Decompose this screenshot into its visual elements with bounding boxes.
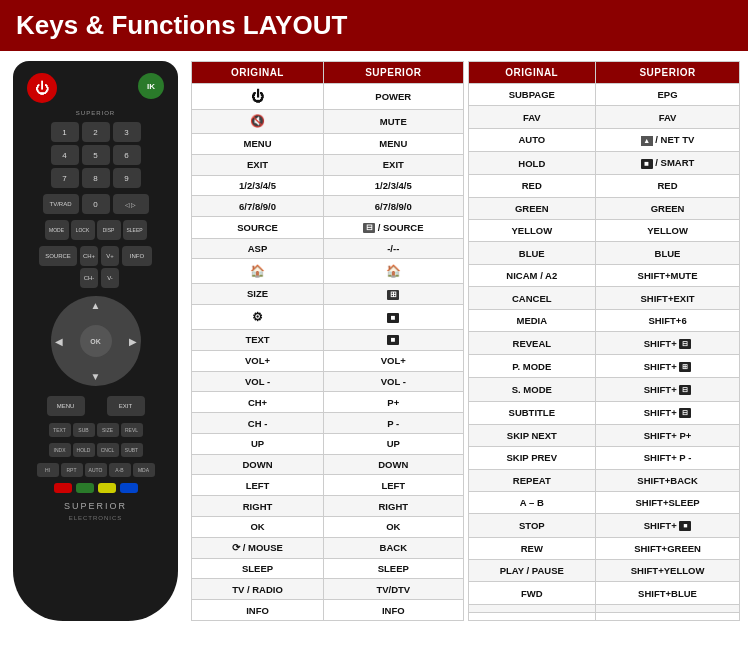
remote-mouse-key[interactable]: ◁ ▷ <box>113 194 149 214</box>
remote-key-7[interactable]: 7 <box>51 168 79 188</box>
right-table-cell-superior: RED <box>596 175 740 197</box>
remote-hold-key[interactable]: HOLD <box>73 443 95 457</box>
remote-exit-key[interactable]: EXIT <box>107 396 145 416</box>
right-table-cell-original <box>468 612 596 620</box>
left-table-cell-superior: TV/DTV <box>324 579 463 600</box>
remote-brand-sub: ELECTRONICS <box>69 515 123 521</box>
remote-index-key[interactable]: INDX <box>49 443 71 457</box>
right-table-cell-superior: SHIFT+ ⊞ <box>596 355 740 378</box>
remote-ab-key[interactable]: A-B <box>109 463 131 477</box>
right-table-cell-original: AUTO <box>468 128 596 151</box>
table-row: P. MODESHIFT+ ⊞ <box>468 355 740 378</box>
table-row: SKIP PREVSHIFT+ P - <box>468 447 740 469</box>
table-row: MEDIASHIFT+6 <box>468 309 740 331</box>
remote-key-9[interactable]: 9 <box>113 168 141 188</box>
remote-left-arrow[interactable]: ◀ <box>55 336 63 347</box>
remote-key-4[interactable]: 4 <box>51 145 79 165</box>
remote-key-0[interactable]: 0 <box>82 194 110 214</box>
right-table-cell-original: PLAY / PAUSE <box>468 560 596 582</box>
remote-up-arrow[interactable]: ▲ <box>91 300 101 311</box>
remote-mode-key[interactable]: MODE <box>45 220 69 240</box>
right-table-cell-superior <box>596 612 740 620</box>
right-table-cell-superior: YELLOW <box>596 220 740 242</box>
remote-vol-plus-key[interactable]: V+ <box>101 246 119 266</box>
remote-blue-key[interactable] <box>120 483 138 493</box>
right-table-cell-superior: SHIFT+SLEEP <box>596 492 740 514</box>
remote-size-key[interactable]: SIZE <box>97 423 119 437</box>
table-row: TV / RADIOTV/DTV <box>192 579 464 600</box>
remote-sleep-key[interactable]: SLEEP <box>123 220 147 240</box>
remote-menu-key[interactable]: MENU <box>47 396 85 416</box>
left-table-cell-original: ⚙ <box>192 305 324 329</box>
left-table-cell-superior: VOL+ <box>324 350 463 371</box>
remote-repeat-key[interactable]: RPT <box>61 463 83 477</box>
remote-green-color-key[interactable] <box>76 483 94 493</box>
left-table-cell-original: UP <box>192 433 324 454</box>
remote-down-arrow[interactable]: ▼ <box>91 371 101 382</box>
remote-key-5[interactable]: 5 <box>82 145 110 165</box>
left-table-cell-superior: SLEEP <box>324 558 463 579</box>
left-table-cell-superior: -/-- <box>324 238 463 259</box>
table-row: SOURCE⊟ / SOURCE <box>192 217 464 238</box>
right-table-cell-original: YELLOW <box>468 220 596 242</box>
remote-red-key[interactable] <box>54 483 72 493</box>
remote-key-6[interactable]: 6 <box>113 145 141 165</box>
right-table-cell-original: SUBPAGE <box>468 84 596 106</box>
table-row: HOLD■ / SMART <box>468 152 740 175</box>
table-row: SIZE⊞ <box>192 283 464 304</box>
remote-key-2[interactable]: 2 <box>82 122 110 142</box>
remote-subpage-key[interactable]: SUB <box>73 423 95 437</box>
table-row: FAVFAV <box>468 106 740 128</box>
remote-yellow-key[interactable] <box>98 483 116 493</box>
remote-brand-label: SUPERIOR <box>64 501 127 511</box>
remote-key-8[interactable]: 8 <box>82 168 110 188</box>
left-table-cell-superior: 🏠 <box>324 259 463 283</box>
remote-ok-button[interactable]: OK <box>80 325 112 357</box>
right-table-cell-superior: SHIFT+EXIT <box>596 287 740 309</box>
remote-dpad-ring: ▲ ▼ ◀ ▶ OK <box>51 296 141 386</box>
table-row: DOWNDOWN <box>192 454 464 475</box>
remote-key-1[interactable]: 1 <box>51 122 79 142</box>
left-table-cell-original: CH - <box>192 413 324 434</box>
remote-reveal-key[interactable]: REVL <box>121 423 143 437</box>
right-table-cell-original <box>468 604 596 612</box>
left-table-cell-original: 🏠 <box>192 259 324 283</box>
remote-source-key[interactable]: SOURCE <box>39 246 77 266</box>
right-table-header-superior: SUPERIOR <box>596 62 740 84</box>
remote-ch-minus-key[interactable]: CH- <box>80 268 98 288</box>
remote-info-key[interactable]: INFO <box>122 246 152 266</box>
right-table-cell-superior: EPG <box>596 84 740 106</box>
remote-vol-minus-key[interactable]: V- <box>101 268 119 288</box>
remote-text-key[interactable]: TEXT <box>49 423 71 437</box>
left-table-cell-original: 🔇 <box>192 109 324 133</box>
remote-source-row: SOURCE CH+ CH- V+ V- INFO <box>21 246 170 288</box>
left-table-cell-original: DOWN <box>192 454 324 475</box>
remote-tv-radio-key[interactable]: TV/RAD <box>43 194 79 214</box>
remote-small-row3: HI RPT AUTO A-B MDA <box>37 463 155 477</box>
table-row: SKIP NEXTSHIFT+ P+ <box>468 424 740 446</box>
remote-disp-key[interactable]: DISP <box>97 220 121 240</box>
left-table-cell-superior: ■ <box>324 305 463 329</box>
right-table-cell-original: SKIP NEXT <box>468 424 596 446</box>
left-table-cell-original: 6/7/8/9/0 <box>192 196 324 217</box>
left-table-cell-original: TEXT <box>192 329 324 350</box>
remote-ch-plus-key[interactable]: CH+ <box>80 246 98 266</box>
remote-auto-key[interactable]: AUTO <box>85 463 107 477</box>
remote-key-3[interactable]: 3 <box>113 122 141 142</box>
right-table-cell-superior: SHIFT+YELLOW <box>596 560 740 582</box>
remote-cancel-key[interactable]: CNCL <box>97 443 119 457</box>
left-table-cell-superior: 1/2/3/4/5 <box>324 175 463 196</box>
remote-power-button[interactable] <box>27 73 57 103</box>
left-table-body: ⏻POWER🔇MUTEMENUMENUEXITEXIT1/2/3/4/51/2/… <box>192 84 464 621</box>
right-table-cell-superior: SHIFT+MUTE <box>596 264 740 286</box>
table-row: 🔇MUTE <box>192 109 464 133</box>
left-table-cell-original: ASP <box>192 238 324 259</box>
remote-right-arrow[interactable]: ▶ <box>129 336 137 347</box>
remote-subtitle-key[interactable]: SUBT <box>121 443 143 457</box>
remote-hi-key[interactable]: HI <box>37 463 59 477</box>
remote-lock-key[interactable]: LOCK <box>71 220 95 240</box>
remote-media-key[interactable]: MDA <box>133 463 155 477</box>
remote-green-button[interactable]: IK <box>138 73 164 99</box>
right-table-cell-superior: SHIFT+ P - <box>596 447 740 469</box>
left-table-cell-superior: ⊟ / SOURCE <box>324 217 463 238</box>
